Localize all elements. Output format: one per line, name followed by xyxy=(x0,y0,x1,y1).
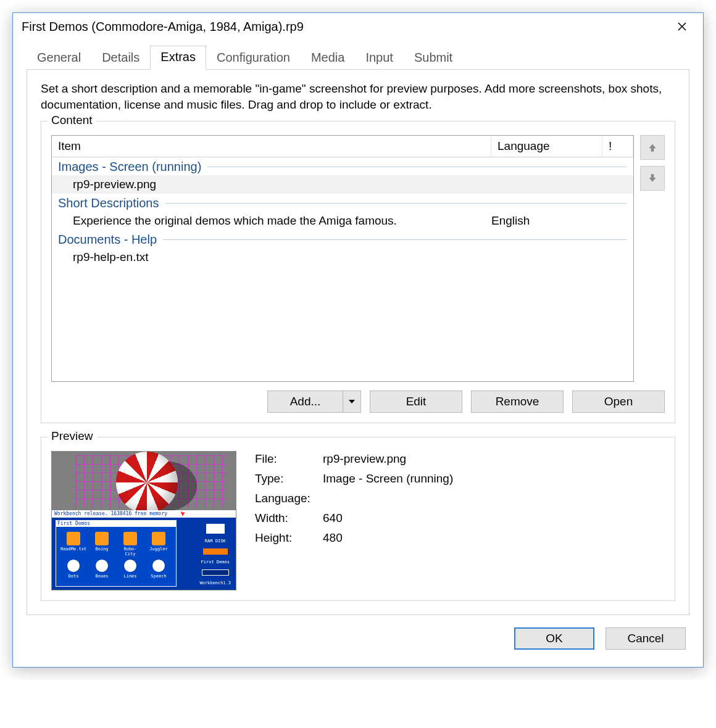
remove-button[interactable]: Remove xyxy=(471,391,564,413)
label-language: Language: xyxy=(255,492,323,505)
open-button[interactable]: Open xyxy=(572,391,665,413)
tab-panel-extras: Set a short description and a memorable … xyxy=(27,70,689,615)
boing-ball-icon xyxy=(116,452,178,513)
dialog-footer: OK Cancel xyxy=(27,615,689,653)
tab-configuration[interactable]: Configuration xyxy=(206,46,301,70)
tab-submit[interactable]: Submit xyxy=(404,46,463,70)
close-icon xyxy=(677,22,687,31)
ok-button[interactable]: OK xyxy=(514,627,594,650)
category-header: Documents - Help xyxy=(52,230,633,248)
list-item[interactable]: rp9-help-en.txt xyxy=(52,248,633,267)
close-button[interactable] xyxy=(670,17,694,36)
category-title: Images - Screen (running) xyxy=(58,160,201,174)
value-type: Image - Screen (running) xyxy=(323,472,453,486)
dialog-window: First Demos (Commodore-Amiga, 1984, Amig… xyxy=(12,12,704,668)
dialog-body: General Details Extras Configuration Med… xyxy=(13,45,703,667)
list-item-text: rp9-help-en.txt xyxy=(52,250,491,264)
tab-media[interactable]: Media xyxy=(301,46,355,70)
value-width: 640 xyxy=(323,511,453,525)
content-list-body: Images - Screen (running) rp9-preview.pn… xyxy=(52,157,633,267)
category-header: Short Descriptions xyxy=(52,194,633,212)
reorder-controls xyxy=(640,135,665,382)
add-dropdown-button[interactable] xyxy=(343,391,360,412)
arrow-up-icon xyxy=(647,142,658,153)
content-actions: Add... Edit Remove Open xyxy=(51,391,665,413)
intro-text: Set a short description and a memorable … xyxy=(41,81,675,112)
value-language xyxy=(323,492,453,505)
label-type: Type: xyxy=(255,472,323,486)
chevron-down-icon xyxy=(348,398,356,405)
category-header: Images - Screen (running) xyxy=(52,157,633,175)
label-file: File: xyxy=(255,452,323,466)
panel-title: First Demos xyxy=(56,521,176,527)
tab-general[interactable]: General xyxy=(27,46,91,70)
list-item-text: rp9-preview.png xyxy=(52,178,491,191)
window-title: First Demos (Commodore-Amiga, 1984, Amig… xyxy=(22,20,670,34)
list-item[interactable]: rp9-preview.png xyxy=(52,175,633,194)
list-item-language xyxy=(491,178,602,191)
move-up-button[interactable] xyxy=(640,135,665,160)
label-height: Height: xyxy=(255,531,323,545)
preview-metadata: File: rp9-preview.png Type: Image - Scre… xyxy=(255,452,453,545)
content-listbox[interactable]: Item Language ! Images - Screen (running… xyxy=(51,135,634,382)
titlebar: First Demos (Commodore-Amiga, 1984, Amig… xyxy=(13,13,703,40)
col-header-language[interactable]: Language xyxy=(491,136,602,157)
tab-input[interactable]: Input xyxy=(355,46,403,70)
add-split-button: Add... xyxy=(267,391,361,413)
tab-extras[interactable]: Extras xyxy=(150,46,206,70)
preview-thumbnail: Workbench release. 1638416 free memory F… xyxy=(51,451,236,590)
list-item-text: Experience the original demos which made… xyxy=(52,214,491,228)
add-button[interactable]: Add... xyxy=(268,391,343,412)
value-file: rp9-preview.png xyxy=(323,452,453,466)
content-group-legend: Content xyxy=(48,114,96,127)
list-item-language xyxy=(491,250,602,264)
label-width: Width: xyxy=(255,511,323,525)
cancel-button[interactable]: Cancel xyxy=(606,627,686,650)
content-list-wrap: Item Language ! Images - Screen (running… xyxy=(51,135,665,382)
col-header-item[interactable]: Item xyxy=(52,136,491,157)
category-title: Documents - Help xyxy=(58,233,157,247)
list-item[interactable]: Experience the original demos which made… xyxy=(52,212,633,230)
col-header-bang[interactable]: ! xyxy=(602,136,633,157)
preview-group-legend: Preview xyxy=(48,429,97,443)
content-group: Content Item Language ! Images - Screen … xyxy=(41,121,675,423)
tab-details[interactable]: Details xyxy=(91,46,150,70)
value-height: 480 xyxy=(323,531,453,545)
preview-inner: Workbench release. 1638416 free memory F… xyxy=(51,451,665,590)
category-title: Short Descriptions xyxy=(58,196,159,210)
arrow-down-icon xyxy=(647,173,658,184)
content-list-header: Item Language ! xyxy=(52,136,633,157)
workbench-titlebar: Workbench release. 1638416 free memory xyxy=(52,510,236,518)
move-down-button[interactable] xyxy=(640,166,665,191)
edit-button[interactable]: Edit xyxy=(370,391,462,413)
list-item-language: English xyxy=(491,214,602,228)
preview-group: Preview Workbench release. 1638416 free … xyxy=(41,437,675,601)
tabstrip: General Details Extras Configuration Med… xyxy=(27,45,689,70)
